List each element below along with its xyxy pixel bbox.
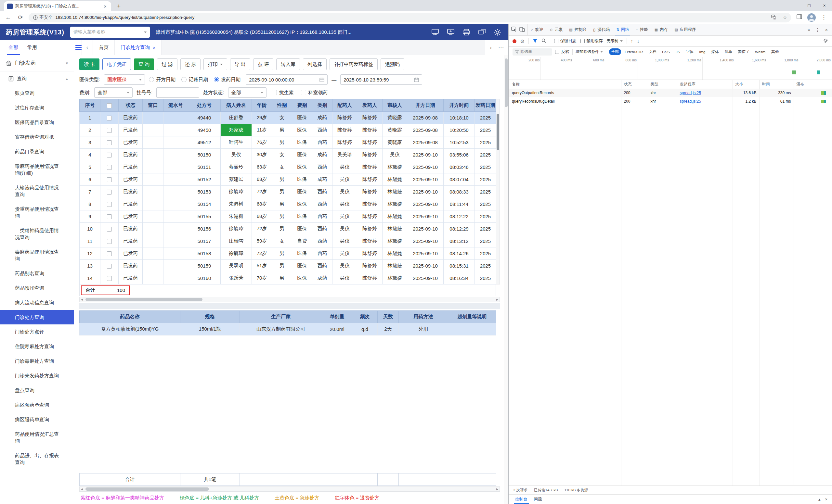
- col-type[interactable]: 类型: [648, 80, 677, 89]
- sidebar-item[interactable]: 毒麻药品使用情况查询(详细): [0, 159, 74, 180]
- sidebar-item[interactable]: 病区退药单查询: [0, 412, 74, 427]
- row-checkbox[interactable]: [107, 276, 112, 281]
- filter-pill[interactable]: 媒体: [709, 48, 721, 55]
- sidebar-item[interactable]: 门诊处方查询: [0, 310, 74, 325]
- tab-close-icon[interactable]: ×: [102, 4, 108, 9]
- filter-pill[interactable]: Wasm: [753, 49, 768, 55]
- prescription-row[interactable]: 14 已发药 50160 张跃芳 70岁 男: [80, 272, 496, 284]
- sidebar-item[interactable]: 门诊未发药处方查询: [0, 368, 74, 383]
- devtools-tab[interactable]: {} 源代码: [590, 24, 613, 35]
- cell-select[interactable]: [100, 198, 119, 211]
- drawer-expand-icon[interactable]: ▴: [818, 497, 821, 502]
- tabs-scroll-right-icon[interactable]: ›: [487, 45, 494, 51]
- sidebar-item[interactable]: 病区领药单查询: [0, 397, 74, 412]
- col-reviewer[interactable]: 审核人: [383, 100, 407, 112]
- date-to-input[interactable]: 2025-09-10 23:59:59: [340, 74, 422, 85]
- prescription-row[interactable]: 13 已发药 50159 吴双明 51岁 男: [80, 260, 496, 272]
- toolbar-button[interactable]: 查 询: [134, 58, 154, 70]
- row-checkbox[interactable]: [107, 251, 112, 256]
- sidebar-item[interactable]: 贵重药品使用情况查询: [0, 202, 74, 223]
- row-checkbox[interactable]: [107, 128, 112, 133]
- address-bar[interactable]: 不安全 193.100.10.74:8000/his-yf/app/#/quer…: [29, 13, 791, 22]
- device-toolbar-icon[interactable]: [519, 27, 525, 33]
- checkbox-icon[interactable]: [580, 39, 585, 43]
- reg-no-input[interactable]: [156, 87, 199, 98]
- col-seq[interactable]: 序号: [80, 100, 100, 112]
- cell-select[interactable]: [100, 260, 119, 272]
- col-rx-no[interactable]: 处方号: [188, 100, 221, 112]
- row-checkbox[interactable]: [107, 190, 112, 195]
- filter-pill[interactable]: CSS: [660, 49, 672, 55]
- prescription-row[interactable]: 8 已发药 50154 朱港树 68岁 男: [80, 198, 496, 211]
- close-button[interactable]: ×: [817, 0, 832, 11]
- cell-select[interactable]: [100, 272, 119, 284]
- checkbox-icon[interactable]: [301, 90, 306, 95]
- sidebar-item[interactable]: 药品别名查询: [0, 266, 74, 281]
- cell-select[interactable]: [100, 186, 119, 198]
- col-spec[interactable]: 规格: [180, 311, 240, 323]
- checkbox-icon[interactable]: [272, 90, 277, 95]
- devtools-menu-icon[interactable]: ⋮: [813, 27, 822, 32]
- date-from-input[interactable]: 2025-09-10 00:00:00: [246, 74, 328, 85]
- sidebar-root-menu[interactable]: 门诊发药 ▾: [0, 55, 74, 72]
- new-tab-button[interactable]: +: [114, 3, 123, 10]
- collapse-menu-icon[interactable]: [75, 40, 82, 55]
- col-issuer[interactable]: 发药人: [357, 100, 383, 112]
- network-settings-gear-icon[interactable]: [823, 38, 828, 44]
- dual-window-icon[interactable]: [478, 29, 486, 36]
- col-time[interactable]: 时间: [759, 80, 794, 89]
- toolbar-button[interactable]: 追溯码: [381, 58, 404, 70]
- network-request-row[interactable]: queryRecordsDrugDetail 200 xhr spread.js…: [509, 97, 832, 106]
- network-filter-input[interactable]: 筛选器: [513, 48, 552, 56]
- network-overview-timeline[interactable]: 200 ms400 ms600 ms800 ms1,000 ms1,200 ms…: [509, 57, 832, 80]
- back-button[interactable]: ←: [4, 14, 12, 21]
- prescription-row[interactable]: 9 已发药 50155 朱港树 68岁 男: [80, 211, 496, 223]
- sidebar-section-query[interactable]: 查询 ▴: [0, 72, 74, 86]
- prescription-row[interactable]: 5 已发药 50151 蒋丽玲 63岁 女: [80, 161, 496, 173]
- invert-checkbox[interactable]: 反转: [555, 49, 569, 55]
- devtools-tab[interactable]: ▦ 内存: [651, 24, 671, 35]
- col-status[interactable]: 状态: [119, 100, 143, 112]
- minimize-button[interactable]: –: [786, 0, 802, 11]
- col-cat[interactable]: 类别: [312, 100, 333, 112]
- devtools-tab[interactable]: ◇ 元素: [547, 24, 566, 35]
- col-overdose-note[interactable]: 超剂量等说明: [448, 311, 496, 323]
- scroll-left-icon[interactable]: ◀: [80, 487, 84, 491]
- devtools-tab[interactable]: ⇅ 网络: [613, 24, 632, 35]
- devtools-close-icon[interactable]: ×: [823, 27, 830, 32]
- record-icon[interactable]: [513, 39, 516, 43]
- cell-select[interactable]: [100, 112, 119, 124]
- card-reader-icon[interactable]: [431, 29, 439, 36]
- bookmark-star-icon[interactable]: ☆: [781, 15, 789, 21]
- tabs-scroll-left-icon[interactable]: ‹: [82, 40, 93, 55]
- drawer-tab[interactable]: 控制台: [512, 495, 531, 504]
- translate-icon[interactable]: Aa: [769, 15, 778, 21]
- prescription-row[interactable]: 10 已发药 50156 徐毓璋 72岁 男: [80, 223, 496, 235]
- page-tab[interactable]: 门诊处方查询 ×: [115, 40, 161, 55]
- cell-select[interactable]: [100, 173, 119, 186]
- radio-icon[interactable]: [214, 77, 219, 82]
- devtools-tab[interactable]: ▤ 控制台: [566, 24, 590, 35]
- page-tab[interactable]: 首页 ×: [93, 40, 115, 55]
- gear-icon[interactable]: [494, 29, 501, 36]
- inspect-element-icon[interactable]: [511, 27, 517, 33]
- toolbar-button[interactable]: 打印: [204, 58, 227, 70]
- sidebar-item[interactable]: 过往库存查询: [0, 100, 74, 115]
- sidebar-item[interactable]: 大输液药品使用情况查询: [0, 180, 74, 202]
- scroll-right-icon[interactable]: ▶: [495, 298, 499, 302]
- cell-select[interactable]: [100, 211, 119, 223]
- prescription-row[interactable]: 1 已发药 49440 庄舒香 29岁 女: [80, 112, 496, 124]
- import-har-icon[interactable]: ↑: [631, 39, 633, 44]
- col-freq[interactable]: 频次: [352, 311, 378, 323]
- menu-search-input[interactable]: 请输入菜单名称: [70, 27, 150, 38]
- scrollbar-thumb[interactable]: [85, 298, 203, 301]
- rx-status-select[interactable]: 全部: [228, 87, 266, 98]
- sidebar-item[interactable]: 毒麻药品使用情况查询: [0, 245, 74, 266]
- sidebar-item[interactable]: 药品进、出、存报表查询: [0, 448, 74, 470]
- sidebar-item[interactable]: 门诊毒麻处方查询: [0, 354, 74, 368]
- monitor-icon[interactable]: [447, 29, 455, 36]
- filter-pill[interactable]: 其他: [769, 48, 781, 55]
- col-dispenser[interactable]: 配药人: [333, 100, 357, 112]
- scrollbar-thumb[interactable]: [85, 487, 209, 491]
- checkbox-icon[interactable]: [555, 50, 559, 54]
